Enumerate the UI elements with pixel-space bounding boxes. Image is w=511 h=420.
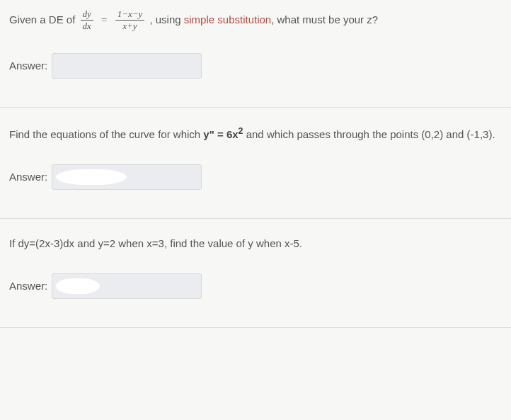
frac-den: dx	[81, 21, 93, 31]
highlight-term: simple substitution	[184, 13, 271, 25]
frac-num: 1−x−y	[115, 9, 145, 21]
question-text-2: Find the equations of the curve for whic…	[9, 124, 502, 143]
q2-bold: y" = 6x2	[203, 128, 243, 140]
answer-label: Answer:	[9, 169, 47, 186]
answer-row-3: Answer:	[9, 273, 502, 299]
question-text-3: If dy=(2x-3)dx and y=2 when x=3, find th…	[9, 235, 502, 252]
frac-num: dy	[81, 9, 93, 21]
answer-input-wrap	[52, 164, 449, 190]
answer-input-1[interactable]	[52, 53, 202, 79]
q3-text: If dy=(2x-3)dx and y=2 when x=3, find th…	[9, 237, 302, 249]
q2-pre: Find the equations of the curve for whic…	[9, 128, 203, 140]
frac-den: x+y	[115, 21, 145, 31]
fraction-dy-dx: dy dx	[81, 9, 93, 32]
answer-row-2: Answer:	[9, 164, 502, 190]
answer-input-2[interactable]	[52, 164, 202, 190]
problem-2: Find the equations of the curve for whic…	[0, 115, 511, 219]
answer-label: Answer:	[9, 57, 47, 74]
problem-3: If dy=(2x-3)dx and y=2 when x=3, find th…	[0, 226, 511, 328]
answer-label: Answer:	[9, 278, 47, 295]
q1-mid1: , using	[149, 13, 183, 25]
equals-op: =	[101, 14, 107, 25]
question-text-1: Given a DE of dy dx = 1−x−y x+y , using …	[9, 9, 502, 32]
q1-pre: Given a DE of	[9, 13, 79, 25]
problem-1: Given a DE of dy dx = 1−x−y x+y , using …	[0, 0, 511, 108]
q2-bold-pre: y" = 6x	[203, 128, 238, 140]
q2-post: and which passes through the points (0,2…	[243, 128, 495, 140]
q1-mid2: , what must be your z?	[271, 13, 378, 25]
fraction-rhs: 1−x−y x+y	[115, 9, 145, 32]
answer-input-wrap	[52, 273, 449, 299]
answer-row-1: Answer:	[9, 53, 502, 79]
answer-input-3[interactable]	[52, 273, 202, 299]
answer-input-wrap	[52, 53, 449, 79]
q2-bold-sup: 2	[239, 126, 243, 136]
